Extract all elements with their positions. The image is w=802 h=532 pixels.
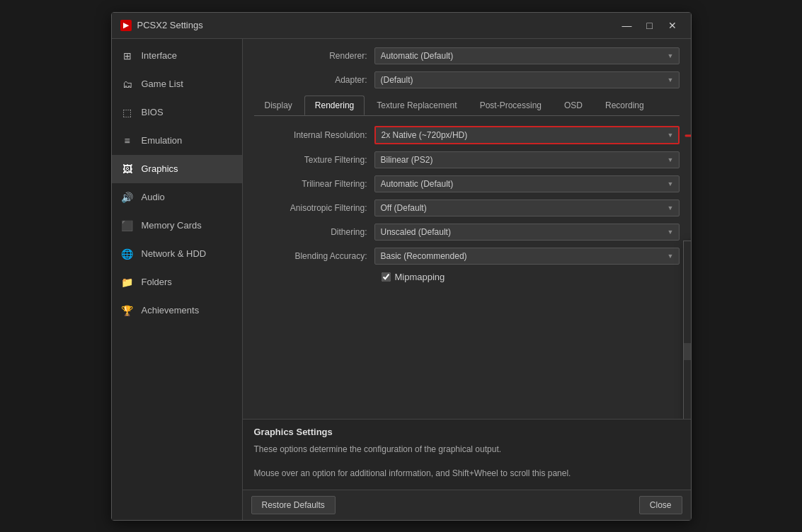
dropdown-item-125x[interactable]: 1.25x Native (~450px): [684, 258, 691, 275]
minimize-button[interactable]: —: [617, 18, 637, 33]
blending-accuracy-row: Blending Accuracy: Basic (Recommended): [254, 248, 680, 265]
renderer-row: Renderer: Automatic (Default): [254, 47, 680, 64]
info-panel-line2: Mouse over an option for additional info…: [254, 467, 680, 480]
mipmapping-checkbox[interactable]: [382, 272, 391, 282]
dropdown-item-6x[interactable]: 6x Native (~2160px/4K UHD): [684, 411, 691, 419]
internal-resolution-label: Internal Resolution:: [254, 130, 374, 140]
titlebar-left: ▶ PCSX2 Settings: [120, 20, 203, 31]
mipmapping-row: Mipmapping: [382, 272, 680, 282]
dithering-row: Dithering: Unscaled (Default): [254, 224, 680, 241]
dropdown-item-3x[interactable]: 3x Native (~1080px/FHD): [684, 343, 691, 360]
window-title: PCSX2 Settings: [137, 20, 203, 30]
tab-texture-replacement[interactable]: Texture Replacement: [366, 96, 467, 115]
dithering-label: Dithering:: [254, 227, 374, 237]
titlebar: ▶ PCSX2 Settings — □ ✕: [112, 13, 691, 39]
sidebar-label-audio: Audio: [142, 192, 165, 202]
sidebar-item-emulation[interactable]: ≡ Emulation: [112, 127, 242, 155]
info-panel-line1: These options determine the configuratio…: [254, 443, 680, 456]
texture-filtering-select-wrapper: Bilinear (PS2): [374, 151, 680, 168]
sidebar-item-folders[interactable]: 📁 Folders: [112, 268, 242, 296]
renderer-select[interactable]: Automatic (Default): [374, 47, 680, 64]
trilinear-filtering-select[interactable]: Automatic (Default): [374, 175, 680, 192]
dropdown-item-2x[interactable]: 2x Native (~720px/HD): [684, 309, 691, 326]
rendering-tabs: Display Rendering Texture Replacement Po…: [254, 96, 680, 116]
settings-window: ▶ PCSX2 Settings — □ ✕ ⊞ Interface 🗂 Gam…: [111, 12, 692, 521]
renderer-label: Renderer:: [254, 51, 374, 61]
sidebar-item-memorycards[interactable]: ⬛ Memory Cards: [112, 212, 242, 240]
blending-accuracy-label: Blending Accuracy:: [254, 251, 374, 261]
internal-resolution-select[interactable]: 2x Native (~720px/HD): [374, 126, 680, 144]
texture-filtering-select[interactable]: Bilinear (PS2): [374, 151, 680, 168]
sidebar-item-gamelist[interactable]: 🗂 Game List: [112, 70, 242, 98]
internal-resolution-row: Internal Resolution: 2x Native (~720px/H…: [254, 126, 680, 144]
dithering-select[interactable]: Unscaled (Default): [374, 224, 680, 241]
sidebar-label-folders: Folders: [142, 277, 172, 287]
tab-display[interactable]: Display: [254, 96, 303, 115]
sidebar-item-interface[interactable]: ⊞ Interface: [112, 42, 242, 70]
texture-filtering-row: Texture Filtering: Bilinear (PS2): [254, 151, 680, 168]
restore-defaults-button[interactable]: Restore Defaults: [251, 496, 336, 514]
adapter-row: Adapter: (Default): [254, 71, 680, 88]
info-panel: Graphics Settings These options determin…: [243, 419, 691, 490]
trilinear-filtering-select-wrapper: Automatic (Default): [374, 175, 680, 192]
anisotropic-filtering-row: Anisotropic Filtering: Off (Default): [254, 200, 680, 216]
sidebar-item-bios[interactable]: ⬚ BIOS: [112, 98, 242, 127]
internal-resolution-select-wrapper: 2x Native (~720px/HD): [374, 126, 680, 144]
sidebar-label-network: Network & HDD: [142, 248, 207, 259]
bios-icon: ⬚: [120, 105, 134, 120]
graphics-icon: 🖼: [120, 162, 134, 176]
close-window-button[interactable]: ✕: [663, 18, 682, 33]
sidebar-item-graphics[interactable]: 🖼 Graphics: [112, 155, 242, 183]
main-content: ⊞ Interface 🗂 Game List ⬚ BIOS ≡ Emulati…: [112, 39, 691, 520]
sidebar-label-bios: BIOS: [142, 107, 164, 117]
sidebar-item-network[interactable]: 🌐 Network & HDD: [112, 240, 242, 268]
adapter-select[interactable]: (Default): [374, 71, 680, 88]
sidebar-item-achievements[interactable]: 🏆 Achievements: [112, 296, 242, 325]
info-panel-title: Graphics Settings: [254, 427, 680, 437]
anisotropic-filtering-label: Anisotropic Filtering:: [254, 203, 374, 213]
adapter-label: Adapter:: [254, 75, 374, 85]
gamelist-icon: 🗂: [120, 77, 134, 91]
titlebar-controls: — □ ✕: [617, 18, 682, 33]
dropdown-item-15x[interactable]: 1.5x Native (~540px): [684, 275, 691, 292]
dropdown-item-35x[interactable]: 3.5x Native (~1260px): [684, 360, 691, 377]
tab-rendering[interactable]: Rendering: [304, 96, 365, 115]
rendering-fields-wrapper: Internal Resolution: 2x Native (~720px/H…: [254, 126, 680, 265]
anisotropic-filtering-select[interactable]: Off (Default): [374, 200, 680, 216]
adapter-select-wrapper: (Default): [374, 71, 680, 88]
audio-icon: 🔊: [120, 190, 134, 204]
tab-osd[interactable]: OSD: [554, 96, 593, 115]
sidebar-label-gamelist: Game List: [142, 79, 183, 89]
dropdown-item-25x[interactable]: 2.5x Native (~900px/HD+): [684, 326, 691, 343]
folders-icon: 📁: [120, 275, 134, 289]
blending-accuracy-select[interactable]: Basic (Recommended): [374, 248, 680, 265]
mipmapping-label: Mipmapping: [395, 272, 445, 282]
dropdown-item-native-ps2[interactable]: Native (PS2) (Default): [684, 241, 691, 258]
resolution-dropdown[interactable]: Native (PS2) (Default) 1.25x Native (~45…: [683, 241, 691, 419]
trilinear-filtering-label: Trilinear Filtering:: [254, 179, 374, 189]
sidebar-item-audio[interactable]: 🔊 Audio: [112, 183, 242, 212]
close-button[interactable]: Close: [639, 496, 682, 514]
memorycards-icon: ⬛: [120, 219, 134, 233]
anisotropic-filtering-select-wrapper: Off (Default): [374, 200, 680, 216]
sidebar-label-achievements: Achievements: [142, 305, 200, 316]
tab-post-processing[interactable]: Post-Processing: [469, 96, 552, 115]
tab-recording[interactable]: Recording: [595, 96, 655, 115]
renderer-select-wrapper: Automatic (Default): [374, 47, 680, 64]
right-panel: Renderer: Automatic (Default) Adapter: (…: [243, 39, 691, 520]
sidebar-label-graphics: Graphics: [142, 163, 178, 174]
dropdown-arrow: ➜: [684, 126, 691, 144]
dropdown-item-4x[interactable]: 4x Native (~1440px/QHD): [684, 377, 691, 394]
app-icon: ▶: [120, 20, 132, 31]
maximize-button[interactable]: □: [640, 18, 660, 33]
emulation-icon: ≡: [120, 134, 134, 148]
dropdown-item-5x[interactable]: 5x Native (~1800px/QHD+): [684, 394, 691, 411]
interface-icon: ⊞: [120, 49, 134, 63]
texture-filtering-label: Texture Filtering:: [254, 155, 374, 165]
settings-area: Renderer: Automatic (Default) Adapter: (…: [243, 39, 691, 419]
sidebar: ⊞ Interface 🗂 Game List ⬚ BIOS ≡ Emulati…: [112, 39, 243, 520]
dropdown-item-175x[interactable]: 1.75x Native (~630px): [684, 292, 691, 309]
achievements-icon: 🏆: [120, 303, 134, 318]
network-icon: 🌐: [120, 247, 134, 261]
sidebar-label-memorycards: Memory Cards: [142, 220, 202, 231]
